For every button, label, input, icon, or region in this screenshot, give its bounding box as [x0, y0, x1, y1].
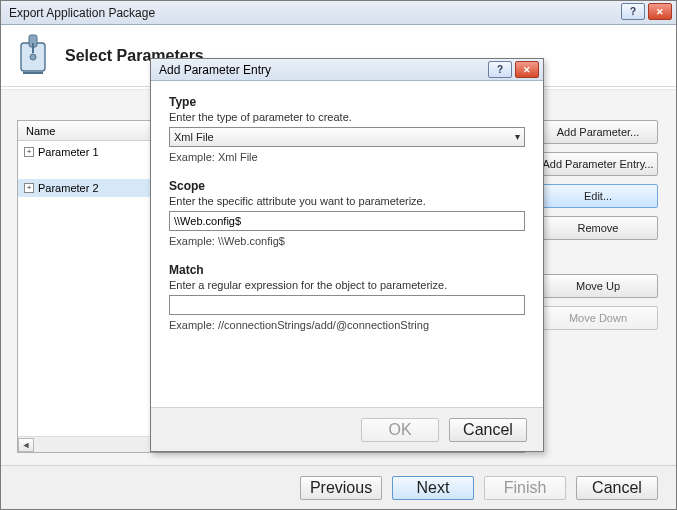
wizard-title: Export Application Package — [9, 6, 155, 20]
dialog-body: Type Enter the type of parameter to crea… — [151, 81, 543, 407]
close-button[interactable] — [648, 3, 672, 20]
move-up-button[interactable]: Move Up — [538, 274, 658, 298]
match-label: Match — [169, 263, 525, 277]
help-button[interactable] — [621, 3, 645, 20]
add-parameter-button[interactable]: Add Parameter... — [538, 120, 658, 144]
dialog-title: Add Parameter Entry — [159, 63, 271, 77]
dialog-help-button[interactable] — [488, 61, 512, 78]
list-item-label: Parameter 2 — [38, 179, 99, 197]
scope-example: Example: \\Web.config$ — [169, 235, 525, 247]
wizard-titlebar: Export Application Package — [1, 1, 676, 25]
dialog-footer: OK Cancel — [151, 407, 543, 451]
add-parameter-entry-button[interactable]: Add Parameter Entry... — [538, 152, 658, 176]
scope-desc: Enter the specific attribute you want to… — [169, 195, 525, 207]
dialog-close-button[interactable] — [515, 61, 539, 78]
previous-button[interactable]: Previous — [300, 476, 382, 500]
cancel-button[interactable]: Cancel — [576, 476, 658, 500]
list-item-label: Parameter 1 — [38, 143, 99, 161]
expand-icon[interactable]: + — [24, 147, 34, 157]
side-buttons: Add Parameter... Add Parameter Entry... … — [538, 120, 658, 330]
finish-button[interactable]: Finish — [484, 476, 566, 500]
match-group: Match Enter a regular expression for the… — [169, 263, 525, 331]
remove-button[interactable]: Remove — [538, 216, 658, 240]
move-down-button[interactable]: Move Down — [538, 306, 658, 330]
match-example: Example: //connectionStrings/add/@connec… — [169, 319, 525, 331]
package-icon — [15, 33, 51, 79]
scope-input[interactable] — [169, 211, 525, 231]
dialog-titlebar: Add Parameter Entry — [151, 59, 543, 81]
type-label: Type — [169, 95, 525, 109]
wizard-footer: Previous Next Finish Cancel — [1, 465, 676, 509]
next-button[interactable]: Next — [392, 476, 474, 500]
ok-button[interactable]: OK — [361, 418, 439, 442]
type-group: Type Enter the type of parameter to crea… — [169, 95, 525, 163]
type-example: Example: Xml File — [169, 151, 525, 163]
match-input[interactable] — [169, 295, 525, 315]
scope-group: Scope Enter the specific attribute you w… — [169, 179, 525, 247]
type-select[interactable]: Xml File — [169, 127, 525, 147]
match-desc: Enter a regular expression for the objec… — [169, 279, 525, 291]
add-parameter-entry-dialog: Add Parameter Entry Type Enter the type … — [150, 58, 544, 452]
dialog-cancel-button[interactable]: Cancel — [449, 418, 527, 442]
type-desc: Enter the type of parameter to create. — [169, 111, 525, 123]
svg-point-2 — [30, 54, 36, 60]
expand-icon[interactable]: + — [24, 183, 34, 193]
edit-button[interactable]: Edit... — [538, 184, 658, 208]
type-value: Xml File — [174, 131, 214, 143]
scroll-left-icon[interactable]: ◄ — [18, 438, 34, 452]
scope-label: Scope — [169, 179, 525, 193]
